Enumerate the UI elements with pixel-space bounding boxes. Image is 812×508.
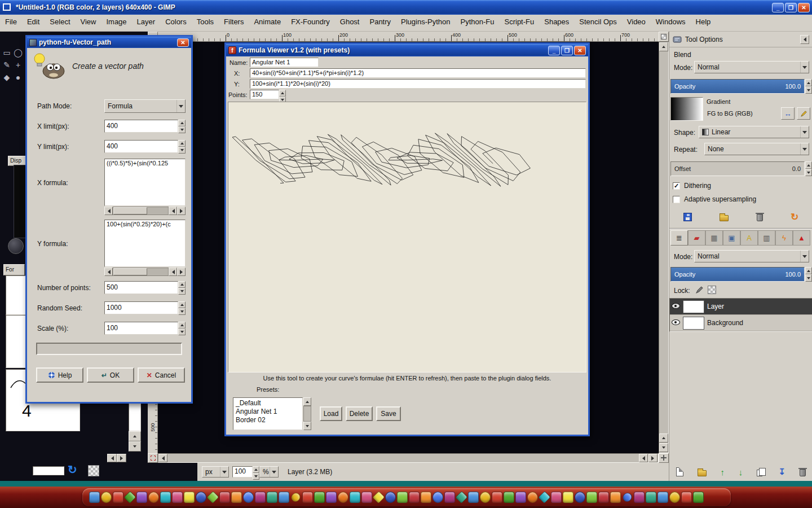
tab-history[interactable]: ϟ	[775, 230, 793, 246]
raise-layer-button[interactable]: ↑	[721, 467, 725, 477]
lower-layer-button[interactable]: ↓	[739, 467, 743, 477]
taskbar-icon[interactable]	[338, 492, 348, 503]
taskbar-icon[interactable]	[575, 492, 585, 503]
preset-item[interactable]: Angular Net 1	[235, 408, 301, 416]
ellipse-select-tool[interactable]: ◯	[12, 46, 24, 59]
minimize-button[interactable]: _	[772, 3, 784, 12]
restore-options-icon[interactable]	[720, 215, 729, 221]
layer-opacity-slider[interactable]: Opacity 100.0	[670, 267, 805, 282]
taskbar-icon[interactable]	[563, 492, 573, 503]
taskbar-icon[interactable]	[231, 492, 242, 503]
taskbar-icon[interactable]	[444, 492, 455, 503]
maximize-button[interactable]: ❐	[785, 3, 797, 12]
y-limit-field[interactable]: 400	[104, 140, 186, 153]
rect-select-tool[interactable]: ▭	[1, 46, 12, 59]
menu-item-select[interactable]: Select	[45, 15, 75, 29]
fv-name-input[interactable]: Angular Net 1	[250, 58, 319, 67]
hscroll-left2-button[interactable]	[639, 454, 648, 462]
taskbar-icon[interactable]	[409, 492, 420, 503]
delete-layer-button[interactable]	[800, 469, 806, 476]
taskbar-icon[interactable]	[184, 492, 195, 503]
hscroll-left-button[interactable]	[158, 454, 167, 462]
fv-minimize-button[interactable]: _	[548, 46, 560, 55]
menu-item-image[interactable]: Image	[101, 15, 131, 29]
fv-y-input[interactable]: 100+sin(i*1.1)*20+(sin(i)*20)	[250, 79, 586, 89]
fv-close-button[interactable]: ✕	[574, 46, 586, 55]
gradient-select-button[interactable]: FG to BG (RGB)	[705, 107, 780, 120]
menu-item-help[interactable]: Help	[691, 15, 716, 29]
taskbar-icon[interactable]	[397, 492, 408, 503]
taskbar-icon[interactable]	[669, 492, 680, 503]
tab-fonts[interactable]: A	[740, 230, 758, 246]
x-formula-textarea[interactable]: ((i*0.5)*5)+(sin(i*0.125	[104, 159, 186, 206]
taskbar-icon[interactable]	[492, 492, 502, 503]
taskbar-icon[interactable]	[433, 492, 443, 503]
gradient-preview[interactable]	[670, 97, 703, 121]
gradient-tool[interactable]: ◆	[1, 71, 12, 84]
taskbar-icon[interactable]	[610, 492, 621, 503]
vector-dialog-close[interactable]: ✕	[177, 38, 189, 47]
navigation-button[interactable]	[659, 453, 669, 463]
quickmask-toggle[interactable]	[148, 453, 158, 463]
menu-item-plugins-python[interactable]: Plugins-Python	[396, 15, 455, 29]
taskbar-icon[interactable]	[657, 492, 668, 503]
formula-dialog-tab[interactable]: For	[3, 264, 25, 275]
reset-options-icon[interactable]: ↻	[791, 211, 798, 223]
unit-select[interactable]: px	[202, 466, 229, 478]
taskbar-icon[interactable]	[621, 491, 633, 503]
lock-alpha-icon[interactable]	[708, 286, 716, 294]
new-layer-button[interactable]	[676, 467, 683, 476]
ok-button[interactable]: ↵ OK	[87, 367, 134, 383]
tab-brushes[interactable]: ▰	[688, 230, 705, 246]
x-scroll-right[interactable]	[177, 207, 186, 215]
fv-points-spinner[interactable]	[279, 90, 286, 99]
presets-scroll-up[interactable]	[303, 397, 311, 406]
menu-item-fx-foundry[interactable]: FX-Foundry	[286, 15, 335, 29]
random-seed-field[interactable]: 1000	[104, 301, 186, 314]
taskbar-icon[interactable]	[361, 492, 372, 503]
scroll-left-button[interactable]	[107, 454, 117, 462]
y-limit-value[interactable]: 400	[104, 140, 178, 153]
layer-row[interactable]: Layer	[670, 299, 812, 315]
taskbar-icon[interactable]	[527, 492, 538, 503]
taskbar-icon[interactable]	[551, 492, 562, 503]
taskbar-icon[interactable]	[385, 492, 396, 503]
blend-mode-select[interactable]: Normal	[694, 61, 809, 73]
lock-pixels-icon[interactable]	[695, 286, 704, 294]
taskbar-icon[interactable]	[350, 492, 360, 503]
duplicate-layer-button[interactable]	[757, 470, 762, 476]
taskbar-icon[interactable]	[693, 492, 704, 503]
fv-maximize-button[interactable]: ❐	[561, 46, 573, 55]
taskbar-icon[interactable]	[206, 491, 219, 503]
adaptive-checkbox[interactable]	[673, 196, 680, 203]
preset-item[interactable]: Border 02	[235, 416, 301, 424]
vector-dialog-titlebar[interactable]: python-fu-Vector_path ✕	[27, 37, 191, 48]
hscroll-right-button[interactable]	[648, 454, 657, 462]
main-titlebar[interactable]: *Untitled-1.0 (RGB color, 2 layers) 640x…	[0, 0, 812, 15]
path-mode-select[interactable]: Formula	[104, 99, 186, 113]
taskbar-icon[interactable]	[480, 492, 491, 503]
fv-x-input[interactable]: 40+sin(i)*50+sin(i*1.1)*5+(i*pi+sin(i)*1…	[250, 68, 586, 78]
cancel-button[interactable]: ✕ Cancel	[138, 367, 185, 383]
presets-scroll-down[interactable]	[303, 422, 311, 430]
x-scroll-left2[interactable]	[169, 207, 177, 215]
dithering-row[interactable]: ✓ Dithering	[673, 182, 711, 190]
random-seed-value[interactable]: 1000	[104, 301, 178, 314]
tab-patterns[interactable]: ▦	[705, 230, 723, 246]
taskbar-icon[interactable]	[634, 492, 645, 503]
taskbar-icon[interactable]	[196, 492, 206, 503]
blend-opacity-slider[interactable]: Opacity 100.0	[670, 79, 805, 94]
taskbar-icon[interactable]	[504, 492, 514, 503]
tool-options-header[interactable]: Tool Options	[669, 32, 812, 47]
menu-item-filters[interactable]: Filters	[219, 15, 249, 29]
visibility-eye-icon[interactable]	[672, 319, 680, 327]
formula-viewer-titlebar[interactable]: f Formula Viewer v1.2 (with presets) _ ❐…	[226, 44, 588, 56]
adaptive-row[interactable]: Adaptive supersampling	[673, 195, 756, 203]
dock-collapse-button[interactable]	[800, 35, 809, 44]
save-preset-button[interactable]: Save	[376, 406, 401, 421]
visibility-eye-icon[interactable]	[672, 303, 680, 310]
scroll-up-button[interactable]	[129, 431, 141, 441]
formula-canvas[interactable]	[228, 102, 586, 373]
layer-mode-select[interactable]: Normal	[694, 250, 809, 262]
scale-field[interactable]: 100	[104, 322, 186, 335]
